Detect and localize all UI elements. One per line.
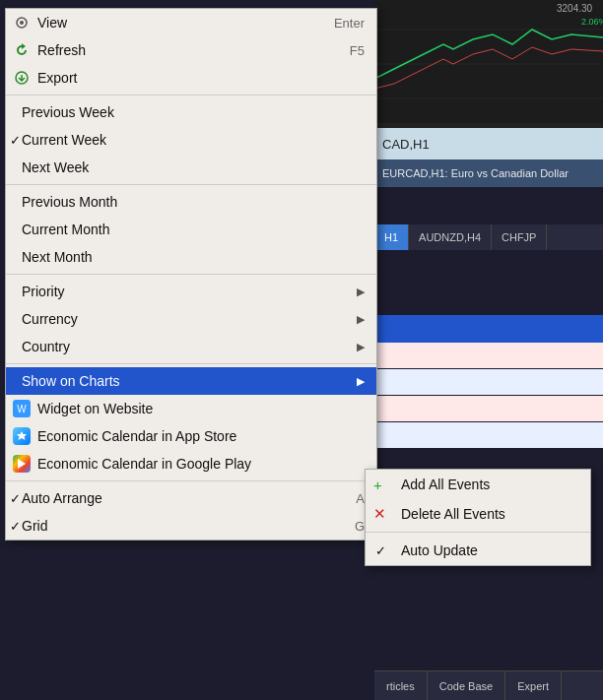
menu-widget-label: Widget on Website [37, 401, 153, 416]
svg-marker-9 [18, 459, 26, 469]
priority-arrow-icon: ▶ [357, 286, 365, 298]
menu-item-next-week[interactable]: Next Week [6, 154, 376, 181]
submenu-item-auto-update[interactable]: ✓ Auto Update [366, 536, 590, 565]
auto-arrange-check: ✓ [10, 491, 21, 506]
svg-text:2.06%: 2.06% [581, 17, 603, 27]
menu-current-week-label: Current Week [22, 132, 106, 148]
submenu-show-on-charts: + Add All Events ✕ Delete All Events ✓ A… [365, 469, 591, 566]
widget-icon: W [12, 399, 32, 418]
chart-line-area: 3204.30 2.06% [374, 0, 603, 128]
country-arrow-icon: ▶ [357, 341, 365, 353]
chart-header-text: CAD,H1 [382, 137, 430, 152]
submenu-separator-1 [366, 532, 590, 533]
view-icon [12, 13, 32, 32]
menu-next-month-label: Next Month [22, 249, 93, 265]
chart-tab-2[interactable]: CHFJP [492, 224, 547, 250]
chart-tab-0[interactable]: H1 [374, 224, 409, 250]
menu-current-month-label: Current Month [22, 222, 109, 237]
delete-all-events-icon: ✕ [373, 505, 386, 523]
menu-export-label: Export [37, 70, 77, 86]
currency-arrow-icon: ▶ [357, 313, 365, 326]
menu-show-on-charts-label: Show on Charts [22, 373, 120, 389]
separator-1 [6, 95, 376, 95]
menu-item-export[interactable]: Export [6, 64, 376, 92]
menu-next-week-label: Next Week [22, 159, 89, 175]
menu-currency-label: Currency [22, 311, 78, 327]
auto-update-check: ✓ [375, 543, 386, 558]
menu-item-view[interactable]: View Enter [6, 9, 376, 36]
menu-item-auto-arrange[interactable]: ✓ Auto Arrange A [6, 484, 376, 512]
menu-item-next-month[interactable]: Next Month [6, 243, 376, 271]
chart-tabs-bar: H1 AUDNZD,H4 CHFJP [374, 224, 603, 250]
bottom-tabs-bar: rticles Code Base Expert [374, 670, 603, 700]
menu-item-widget-on-website[interactable]: W Widget on Website [6, 395, 376, 422]
menu-grid-label: Grid [22, 518, 47, 534]
menu-item-current-month[interactable]: Current Month [6, 216, 376, 243]
chart-selected-row [374, 315, 603, 343]
add-all-events-icon: + [373, 477, 382, 493]
chart-header: CAD,H1 [374, 128, 603, 159]
bottom-tab-codebase[interactable]: Code Base [428, 671, 505, 700]
refresh-icon [12, 40, 32, 60]
chart-tab-1[interactable]: AUDNZD,H4 [409, 224, 492, 250]
grid-check: ✓ [10, 519, 21, 534]
menu-item-priority[interactable]: Priority ▶ [6, 278, 376, 305]
submenu-item-add-all-events[interactable]: + Add All Events [366, 470, 590, 499]
menu-auto-arrange-label: Auto Arrange [22, 490, 102, 506]
menu-refresh-shortcut: F5 [350, 43, 365, 58]
menu-view-shortcut: Enter [334, 16, 365, 31]
chart-row-light-2 [374, 422, 603, 448]
svg-point-7 [20, 21, 24, 25]
menu-item-grid[interactable]: ✓ Grid G [6, 512, 376, 540]
menu-item-show-on-charts[interactable]: Show on Charts ▶ [6, 367, 376, 395]
menu-priority-label: Priority [22, 284, 65, 299]
chart-row-pink-1 [374, 343, 603, 368]
appstore-icon [12, 426, 32, 446]
chart-subheader: EURCAD,H1: Euro vs Canadian Dollar [374, 159, 603, 187]
submenu-delete-all-events-label: Delete All Events [401, 506, 505, 522]
menu-appstore-label: Economic Calendar in App Store [37, 428, 236, 444]
menu-previous-month-label: Previous Month [22, 194, 117, 210]
menu-item-previous-week[interactable]: Previous Week [6, 98, 376, 126]
submenu-item-delete-all-events[interactable]: ✕ Delete All Events [366, 499, 590, 529]
export-icon [12, 68, 32, 88]
menu-item-previous-month[interactable]: Previous Month [6, 188, 376, 216]
svg-text:3204.30: 3204.30 [557, 3, 593, 14]
menu-item-refresh[interactable]: Refresh F5 [6, 36, 376, 64]
separator-5 [6, 480, 376, 481]
chart-row-pink-2 [374, 396, 603, 421]
menu-grid-shortcut: G [355, 519, 365, 534]
menu-country-label: Country [22, 339, 70, 354]
submenu-auto-update-label: Auto Update [401, 542, 478, 558]
menu-previous-week-label: Previous Week [22, 104, 114, 120]
submenu-add-all-events-label: Add All Events [401, 477, 490, 492]
chart-row-light-1 [374, 369, 603, 395]
menu-item-current-week[interactable]: ✓ Current Week [6, 126, 376, 154]
chart-subheader-text: EURCAD,H1: Euro vs Canadian Dollar [382, 167, 569, 179]
bottom-tab-expert[interactable]: Expert [505, 671, 562, 700]
context-menu: View Enter Refresh F5 Export Previous We… [5, 8, 377, 541]
show-on-charts-arrow-icon: ▶ [357, 375, 365, 388]
menu-refresh-label: Refresh [37, 42, 86, 58]
menu-item-appstore[interactable]: Economic Calendar in App Store [6, 422, 376, 450]
menu-view-label: View [37, 15, 67, 31]
separator-2 [6, 184, 376, 185]
menu-item-googleplay[interactable]: Economic Calendar in Google Play [6, 450, 376, 477]
menu-item-country[interactable]: Country ▶ [6, 333, 376, 360]
separator-3 [6, 274, 376, 275]
bottom-tab-articles[interactable]: rticles [374, 671, 428, 700]
menu-googleplay-label: Economic Calendar in Google Play [37, 456, 251, 472]
menu-auto-arrange-shortcut: A [356, 491, 365, 506]
separator-4 [6, 363, 376, 364]
googleplay-icon [12, 454, 32, 474]
current-week-check: ✓ [10, 133, 21, 148]
menu-item-currency[interactable]: Currency ▶ [6, 305, 376, 333]
